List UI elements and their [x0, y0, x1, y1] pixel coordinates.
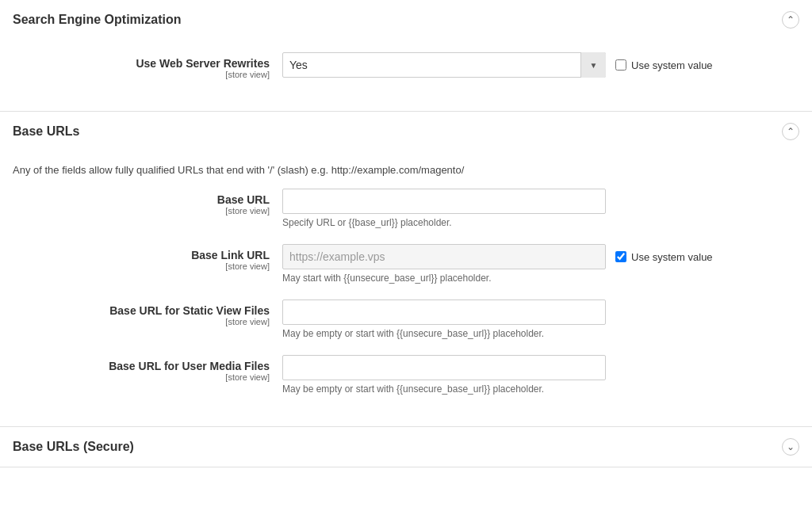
use-web-server-rewrites-label: Use Web Server Rewrites	[13, 57, 270, 70]
base-urls-content: Any of the fields allow fully qualified …	[0, 151, 812, 426]
base-urls-secure-title: Base URLs (Secure)	[13, 440, 134, 454]
base-link-url-sub-label: [store view]	[13, 261, 270, 271]
use-web-server-rewrites-field-col: Yes No ▼ Use system value	[282, 52, 799, 78]
base-urls-section: Base URLs ⌃ Any of the fields allow full…	[0, 112, 812, 427]
base-link-url-hint: May start with {{unsecure_base_url}} pla…	[282, 273, 799, 284]
seo-use-system-value-checkbox[interactable]	[615, 59, 626, 71]
base-url-row: Base URL [store view] https://example.vp…	[0, 189, 812, 228]
base-urls-header[interactable]: Base URLs ⌃	[0, 112, 812, 151]
seo-section: Search Engine Optimization ⌃ Use Web Ser…	[0, 0, 812, 112]
base-link-url-input[interactable]	[282, 244, 606, 269]
base-url-static-input[interactable]	[282, 299, 606, 325]
base-url-field-row: https://example.vps	[282, 189, 799, 214]
use-web-server-rewrites-field-row: Yes No ▼ Use system value	[282, 52, 799, 78]
base-url-media-row: Base URL for User Media Files [store vie…	[0, 355, 812, 395]
base-url-static-label: Base URL for Static View Files	[13, 304, 270, 317]
base-urls-title: Base URLs	[13, 124, 79, 139]
base-url-media-sub-label: [store view]	[13, 372, 270, 382]
base-url-static-field-row	[282, 299, 799, 325]
seo-content: Use Web Server Rewrites [store view] Yes…	[0, 40, 812, 111]
seo-section-header[interactable]: Search Engine Optimization ⌃	[0, 0, 812, 40]
base-url-field-col: https://example.vps Specify URL or {{bas…	[282, 189, 799, 228]
base-url-static-label-col: Base URL for Static View Files [store vi…	[13, 299, 282, 326]
base-urls-collapse-icon[interactable]: ⌃	[782, 123, 799, 140]
base-link-url-row: Base Link URL [store view] Use system va…	[0, 244, 812, 284]
base-link-url-label-col: Base Link URL [store view]	[13, 244, 282, 271]
base-link-url-label: Base Link URL	[13, 249, 270, 261]
base-url-input[interactable]: https://example.vps	[282, 189, 606, 214]
base-link-url-use-system-value-checkbox[interactable]	[615, 251, 626, 262]
base-urls-secure-section: Base URLs (Secure) ⌄	[0, 427, 812, 467]
base-link-url-use-system-value[interactable]: Use system value	[615, 251, 713, 263]
base-url-static-field-col: May be empty or start with {{unsecure_ba…	[282, 299, 799, 339]
base-link-url-field-row: Use system value	[282, 244, 799, 269]
base-urls-secure-header[interactable]: Base URLs (Secure) ⌄	[0, 427, 812, 467]
seo-collapse-icon[interactable]: ⌃	[782, 11, 799, 29]
base-urls-info-text: Any of the fields allow fully qualified …	[0, 164, 812, 189]
use-web-server-rewrites-label-col: Use Web Server Rewrites [store view]	[13, 52, 282, 79]
base-url-media-field-col: May be empty or start with {{unsecure_ba…	[282, 355, 799, 395]
base-url-media-input[interactable]	[282, 355, 606, 380]
use-web-server-rewrites-select[interactable]: Yes No	[282, 52, 606, 78]
use-web-server-rewrites-sub-label: [store view]	[13, 70, 270, 79]
base-url-static-hint: May be empty or start with {{unsecure_ba…	[282, 328, 799, 339]
base-url-hint: Specify URL or {{base_url}} placeholder.	[282, 217, 799, 228]
base-url-media-label: Base URL for User Media Files	[13, 360, 270, 372]
base-url-media-field-row	[282, 355, 799, 380]
use-web-server-rewrites-row: Use Web Server Rewrites [store view] Yes…	[0, 52, 812, 79]
use-web-server-rewrites-select-wrapper: Yes No ▼	[282, 52, 606, 78]
seo-title: Search Engine Optimization	[13, 13, 181, 27]
base-url-media-hint: May be empty or start with {{unsecure_ba…	[282, 383, 799, 395]
base-link-url-field-col: Use system value May start with {{unsecu…	[282, 244, 799, 284]
base-url-static-sub-label: [store view]	[13, 317, 270, 326]
base-url-label-col: Base URL [store view]	[13, 189, 282, 216]
seo-use-system-value-label: Use system value	[631, 59, 713, 71]
base-url-label: Base URL	[13, 193, 270, 206]
seo-use-system-value[interactable]: Use system value	[615, 59, 713, 71]
base-url-sub-label: [store view]	[13, 206, 270, 216]
base-url-media-label-col: Base URL for User Media Files [store vie…	[13, 355, 282, 382]
base-url-static-row: Base URL for Static View Files [store vi…	[0, 299, 812, 339]
base-link-url-use-system-value-label: Use system value	[631, 251, 713, 263]
base-urls-secure-collapse-icon[interactable]: ⌄	[782, 438, 799, 456]
